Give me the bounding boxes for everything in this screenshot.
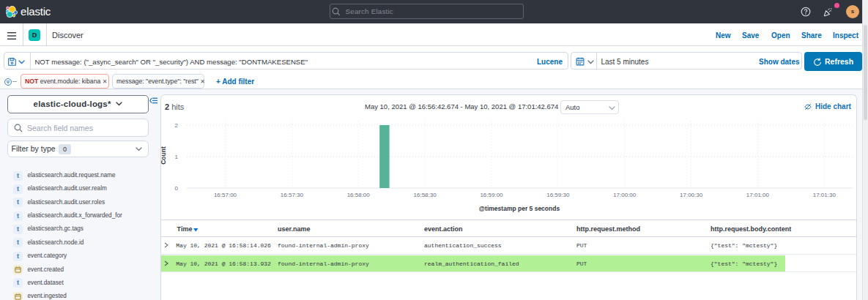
svg-text:17:00:00: 17:00:00	[613, 192, 637, 198]
svg-text:2: 2	[175, 122, 179, 129]
svg-text:16:58:30: 16:58:30	[414, 192, 437, 198]
svg-text:17:01:30: 17:01:30	[813, 192, 837, 198]
svg-text:16:57:30: 16:57:30	[281, 192, 304, 198]
svg-text:1: 1	[175, 154, 179, 160]
svg-text:17:00:30: 17:00:30	[680, 192, 703, 198]
svg-text:Count: Count	[160, 146, 167, 165]
svg-text:17:01:00: 17:01:00	[746, 192, 770, 198]
svg-text:16:59:30: 16:59:30	[546, 192, 570, 198]
svg-text:@timestamp per 5 seconds: @timestamp per 5 seconds	[479, 205, 560, 212]
svg-text:16:58:00: 16:58:00	[347, 192, 371, 198]
svg-text:16:57:00: 16:57:00	[214, 192, 237, 198]
svg-text:0: 0	[175, 185, 179, 192]
svg-text:16:59:00: 16:59:00	[480, 192, 503, 198]
